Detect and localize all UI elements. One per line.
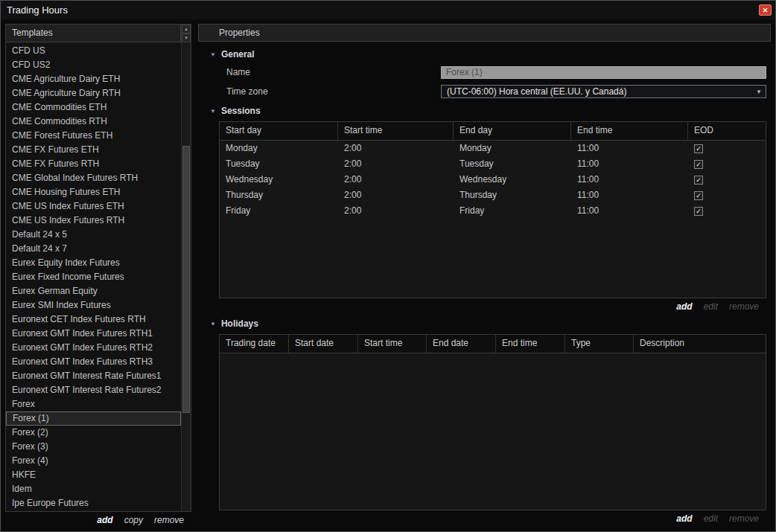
holidays-add-button[interactable]: add — [676, 513, 692, 524]
dialog-body: Templates CFD USCFD US2CME Agriculture D… — [1, 19, 775, 531]
template-list-item[interactable]: CME Commodities RTH — [6, 115, 181, 129]
template-list-item[interactable]: Euronext GMT Interest Rate Futures1 — [6, 369, 181, 383]
cell-end_time: 11:00 — [571, 203, 688, 219]
close-icon: ✕ — [763, 7, 769, 14]
template-list-item[interactable]: Forex (2) — [6, 426, 181, 440]
scroll-up-button[interactable]: ▲ — [182, 25, 191, 33]
column-header-end-day[interactable]: End day — [454, 122, 571, 140]
template-list-item[interactable]: Eurex Equity Index Futures — [6, 256, 181, 270]
column-header-description[interactable]: Description — [634, 335, 766, 353]
scrollbar-thumb[interactable] — [182, 146, 190, 413]
sessions-actions: add edit remove — [198, 298, 771, 315]
template-list-item[interactable]: CME Housing Futures ETH — [6, 185, 181, 199]
table-row[interactable]: Monday2:00Monday11:00✓ — [220, 141, 766, 156]
column-header-trading-date[interactable]: Trading date — [220, 335, 289, 353]
holidays-remove-button: remove — [729, 513, 759, 524]
template-list-item[interactable]: CFD US2 — [6, 58, 181, 72]
close-button[interactable]: ✕ — [759, 4, 772, 16]
timezone-select[interactable]: (UTC-06:00) Hora central (EE.UU. y Canad… — [441, 85, 766, 98]
properties-header: Properties — [198, 24, 771, 42]
template-list-item[interactable]: CME FX Futures RTH — [6, 157, 181, 171]
templates-box: Templates CFD USCFD US2CME Agriculture D… — [5, 24, 191, 512]
column-header-end-time[interactable]: End time — [571, 122, 688, 140]
templates-remove-button[interactable]: remove — [154, 515, 184, 525]
template-list-item[interactable]: Default 24 x 5 — [6, 228, 181, 242]
templates-copy-button[interactable]: copy — [124, 515, 143, 525]
template-list-item[interactable]: CME US Index Futures RTH — [6, 214, 181, 228]
sessions-table-header: Start dayStart timeEnd dayEnd timeEOD — [220, 122, 766, 141]
table-row[interactable]: Thursday2:00Thursday11:00✓ — [220, 188, 766, 203]
template-list-item[interactable]: Forex — [6, 397, 181, 411]
column-header-eod[interactable]: EOD — [688, 122, 766, 140]
trading-hours-dialog: Trading Hours ✕ Templates CFD USCFD US2C… — [0, 0, 776, 532]
template-list-item[interactable]: CME Forest Futures ETH — [6, 129, 181, 143]
holidays-table: Trading dateStart dateStart timeEnd date… — [219, 334, 766, 510]
scroll-up-icon: ▲ — [184, 27, 188, 31]
template-list-item[interactable]: Euronext GMT Interest Rate Futures2 — [6, 383, 181, 397]
eod-checkbox[interactable]: ✓ — [694, 191, 703, 200]
general-section-header[interactable]: ▼ General — [198, 48, 771, 60]
cell-start_day: Tuesday — [220, 156, 338, 172]
cell-start_time: 2:00 — [338, 156, 454, 172]
sessions-remove-button: remove — [729, 301, 759, 312]
holidays-section-header[interactable]: ▼ Holidays — [198, 318, 771, 330]
window-title: Trading Hours — [7, 4, 68, 16]
template-list-item[interactable]: Euronext GMT Index Futures RTH1 — [6, 327, 181, 341]
template-list-item[interactable]: Forex (4) — [6, 454, 181, 468]
template-list-item[interactable]: Euronext GMT Index Futures RTH2 — [6, 341, 181, 355]
column-header-end-date[interactable]: End date — [427, 335, 496, 353]
timezone-label: Time zone — [226, 86, 441, 97]
template-list-item[interactable]: Forex (1) — [6, 411, 181, 426]
template-list-item[interactable]: Default 24 x 7 — [6, 242, 181, 256]
eod-checkbox[interactable]: ✓ — [694, 176, 703, 185]
eod-checkbox[interactable]: ✓ — [694, 144, 703, 153]
cell-start_day: Thursday — [220, 188, 338, 203]
template-list-item[interactable]: Euronext GMT Index Futures RTH3 — [6, 355, 181, 369]
cell-end_time: 11:00 — [571, 188, 688, 203]
eod-checkbox[interactable]: ✓ — [694, 207, 703, 216]
column-header-start-time[interactable]: Start time — [338, 122, 454, 140]
column-header-start-date[interactable]: Start date — [289, 335, 358, 353]
cell-start_time: 2:00 — [338, 203, 454, 219]
properties-panel: Properties ▼ General Name Time zone (UTC… — [198, 24, 771, 527]
holidays-section-title: Holidays — [221, 318, 258, 329]
template-list-item[interactable]: HKFE — [6, 468, 181, 482]
general-section-title: General — [221, 49, 255, 60]
table-row[interactable]: Tuesday2:00Tuesday11:00✓ — [220, 156, 766, 172]
cell-end_day: Thursday — [454, 188, 571, 203]
titlebar[interactable]: Trading Hours ✕ — [1, 1, 775, 19]
template-list-item[interactable]: Euronext CET Index Futures RTH — [6, 313, 181, 327]
column-header-end-time[interactable]: End time — [496, 335, 565, 353]
eod-checkbox[interactable]: ✓ — [694, 160, 703, 169]
templates-add-button[interactable]: add — [97, 515, 112, 525]
template-list-item[interactable]: CME US Index Futures ETH — [6, 199, 181, 214]
column-header-start-time[interactable]: Start time — [358, 335, 427, 353]
scroll-down-icon: ▼ — [184, 36, 188, 40]
template-list-item[interactable]: CME Agriculture Dairy RTH — [6, 86, 181, 100]
template-list-item[interactable]: Idem — [6, 482, 181, 496]
scroll-down-button[interactable]: ▼ — [182, 33, 191, 42]
template-list-item[interactable]: Eurex Fixed Income Futures — [6, 270, 181, 284]
dropdown-arrow-icon: ▼ — [756, 89, 762, 95]
cell-eod: ✓ — [688, 141, 766, 156]
collapse-general-icon: ▼ — [210, 51, 216, 58]
template-list-item[interactable]: CME FX Futures ETH — [6, 143, 181, 157]
template-list-item[interactable]: Eurex SMI Index Futures — [6, 298, 181, 313]
templates-header: Templates — [6, 25, 181, 42]
template-list-item[interactable]: CME Global Index Futures RTH — [6, 171, 181, 185]
template-list-item[interactable]: CME Commodities ETH — [6, 100, 181, 115]
table-row[interactable]: Wednesday2:00Wednesday11:00✓ — [220, 172, 766, 188]
table-row[interactable]: Friday2:00Friday11:00✓ — [220, 203, 766, 219]
scrollbar-track[interactable] — [182, 42, 191, 511]
template-list-item[interactable]: CME Agriculture Dairy ETH — [6, 72, 181, 86]
template-list-item[interactable]: CFD US — [6, 44, 181, 58]
template-list-item[interactable]: Ipe Europe Futures — [6, 496, 181, 510]
sessions-section-header[interactable]: ▼ Sessions — [198, 105, 771, 117]
template-list-item[interactable]: Eurex German Equity — [6, 284, 181, 298]
template-list: CFD USCFD US2CME Agriculture Dairy ETHCM… — [6, 42, 181, 511]
sessions-add-button[interactable]: add — [676, 301, 692, 312]
templates-scrollbar[interactable]: ▲ ▼ — [181, 25, 191, 511]
template-list-item[interactable]: Forex (3) — [6, 440, 181, 454]
column-header-start-day[interactable]: Start day — [220, 122, 338, 140]
column-header-type[interactable]: Type — [565, 335, 634, 353]
